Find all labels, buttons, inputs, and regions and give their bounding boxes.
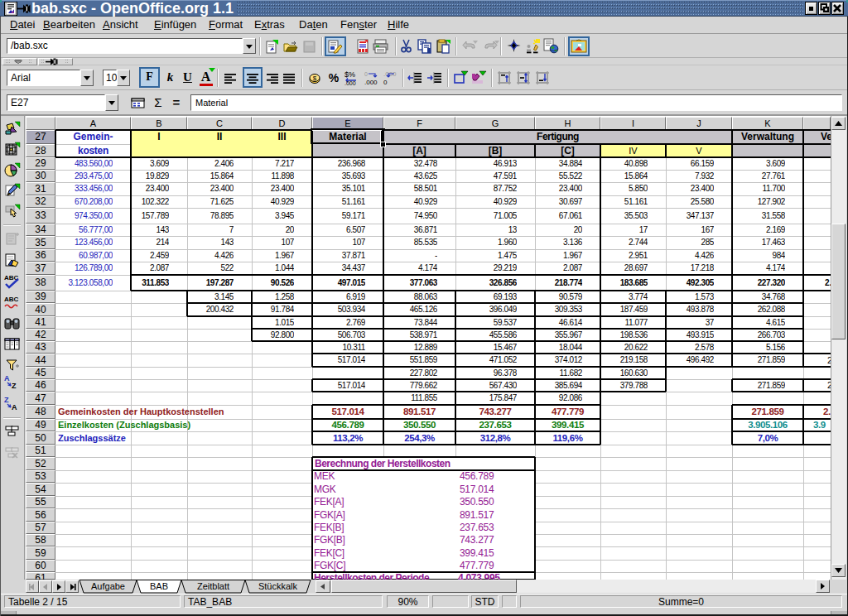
svg-text:ABC: ABC — [4, 296, 19, 303]
svg-text:$: $ — [313, 75, 317, 82]
svg-text:Z: Z — [4, 396, 9, 404]
svg-text:A: A — [4, 374, 10, 383]
svg-text:$%: $% — [344, 70, 355, 79]
svg-text:Z: Z — [12, 382, 17, 390]
svg-text:.000: .000 — [364, 79, 378, 86]
svg-text:0: 0 — [364, 71, 368, 77]
svg-text:0: 0 — [383, 79, 388, 86]
svg-text:A: A — [12, 403, 17, 411]
svg-text:.000: .000 — [344, 80, 356, 86]
